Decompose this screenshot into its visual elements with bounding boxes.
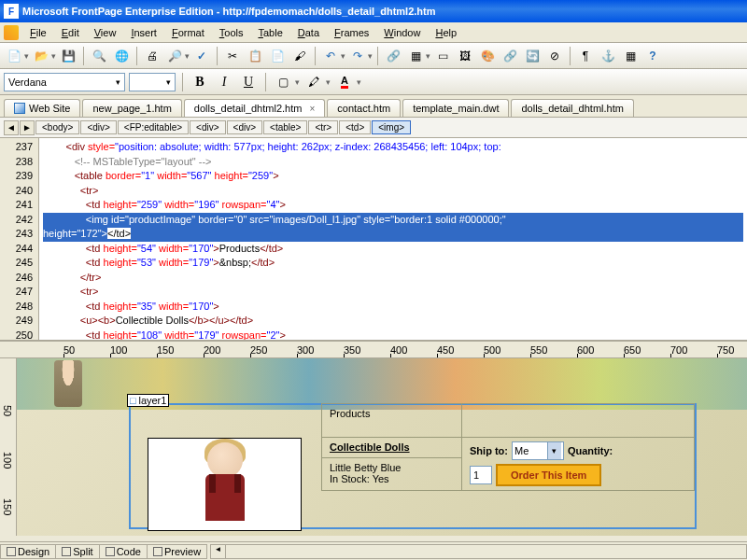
preview-button[interactable]: 🔎	[164, 46, 185, 66]
menu-window[interactable]: Window	[376, 25, 428, 40]
layer-handle[interactable]: □ layer1	[127, 394, 169, 407]
ship-to-label: Ship to:	[470, 445, 508, 456]
horizontal-scrollbar[interactable]: ◄	[210, 544, 747, 559]
breadcrumb-next-icon[interactable]: ►	[20, 120, 35, 135]
help-button[interactable]: ?	[642, 46, 663, 66]
hyperlink-button[interactable]: 🔗	[500, 46, 520, 66]
stock-status: In Stock: Yes	[330, 473, 389, 484]
file-tabs-row: Web Site new_page_1.htmdolls_detail_dhtm…	[0, 95, 747, 118]
preview-icon	[153, 547, 162, 556]
breadcrumb-tag[interactable]: <td>	[339, 120, 371, 134]
file-tab[interactable]: contact.htm	[327, 99, 401, 117]
window-title: Microsoft FrontPage Enterprise Edition -…	[22, 6, 435, 17]
app-icon: F	[4, 4, 19, 19]
bold-button[interactable]: B	[190, 72, 210, 92]
file-tab-label: template_main.dwt	[413, 103, 499, 114]
underline-button[interactable]: U	[238, 72, 259, 92]
view-tab-split[interactable]: Split	[55, 544, 99, 559]
paste-button[interactable]: 📄	[267, 46, 288, 66]
breadcrumb-prev-icon[interactable]: ◄	[4, 120, 19, 135]
split-icon	[62, 547, 71, 556]
breadcrumb-tag[interactable]: <tr>	[308, 120, 338, 134]
file-tab[interactable]: template_main.dwt	[402, 99, 509, 117]
design-view[interactable]: □ layer1 Products Collectible Dolls Ship…	[17, 358, 747, 536]
show-layer-button[interactable]: ⚓	[598, 46, 618, 66]
tab-web-site[interactable]: Web Site	[4, 99, 80, 117]
view-tab-design[interactable]: Design	[0, 544, 56, 559]
refresh-button[interactable]: 🔄	[522, 46, 543, 66]
line-gutter: 2372382392402412422432442452462472482492…	[0, 138, 39, 340]
font-size-combo[interactable]	[129, 73, 176, 91]
breadcrumb-tag[interactable]: <div>	[80, 120, 116, 134]
print-button[interactable]: 🖨	[142, 46, 162, 66]
frontpage-icon	[4, 25, 19, 40]
standard-toolbar: 📄▾ 📂▾ 💾 🔍 🌐 🖨 🔎▾ ✓ ✂ 📋 📄 🖌 ↶▾ ↷▾ 🔗 ▦▾ ▭ …	[0, 43, 747, 69]
quantity-label: Quantity:	[568, 445, 613, 456]
ship-to-combo[interactable]: Me	[512, 441, 564, 460]
file-tab-label: dolls_detail_dhtml.htm	[521, 103, 623, 114]
order-button[interactable]: Order This Item	[496, 464, 601, 486]
menu-help[interactable]: Help	[428, 25, 464, 40]
font-color-button[interactable]: A	[334, 72, 355, 92]
doll-illustration	[192, 442, 258, 526]
menu-insert[interactable]: Insert	[123, 25, 164, 40]
file-tab[interactable]: dolls_detail_dhtml2.htm×	[184, 99, 325, 117]
file-tab[interactable]: dolls_detail_dhtml.htm	[511, 99, 633, 117]
table-button[interactable]: ▦	[405, 46, 426, 66]
globe-icon	[14, 103, 25, 114]
quantity-input[interactable]: 1	[470, 466, 492, 484]
menu-view[interactable]: View	[87, 25, 124, 40]
layer-button[interactable]: ▭	[432, 46, 453, 66]
copy-button[interactable]: 📋	[245, 46, 265, 66]
view-mode-tabs: Design Split Code Preview ◄	[0, 541, 747, 560]
cut-button[interactable]: ✂	[222, 46, 243, 66]
view-tab-preview[interactable]: Preview	[147, 544, 207, 559]
menu-format[interactable]: Format	[164, 25, 212, 40]
italic-button[interactable]: I	[214, 72, 234, 92]
highlight-button[interactable]: 🖍	[303, 72, 324, 92]
drawing-button[interactable]: 🎨	[477, 46, 498, 66]
menu-table[interactable]: Table	[250, 25, 289, 40]
search-button[interactable]: 🔍	[89, 46, 109, 66]
picture-button[interactable]: 🖼	[455, 46, 475, 66]
code-content[interactable]: <div style="position: absolute; width: 5…	[39, 138, 747, 340]
tag-breadcrumb: ◄ ► <body><div><FP:editable><div><div><t…	[0, 118, 747, 138]
product-image[interactable]	[148, 438, 302, 531]
close-icon[interactable]: ×	[309, 104, 315, 114]
menu-tools[interactable]: Tools	[212, 25, 251, 40]
menu-file[interactable]: File	[22, 25, 54, 40]
publish-button[interactable]: 🌐	[111, 46, 132, 66]
font-combo[interactable]: Verdana	[4, 73, 125, 91]
redo-button[interactable]: ↷	[347, 46, 368, 66]
file-tab[interactable]: new_page_1.htm	[82, 99, 181, 117]
menu-data[interactable]: Data	[290, 25, 327, 40]
code-icon	[106, 547, 115, 556]
format-painter-button[interactable]: 🖌	[289, 46, 310, 66]
show-all-button[interactable]: ¶	[575, 46, 596, 66]
format-toolbar: Verdana B I U ▢▾ 🖍▾ A▾	[0, 69, 747, 95]
menu-frames[interactable]: Frames	[327, 25, 376, 40]
stop-button[interactable]: ⊘	[544, 46, 565, 66]
breadcrumb-tag[interactable]: <FP:editable>	[118, 120, 189, 134]
breadcrumb-tag[interactable]: <img>	[372, 120, 411, 134]
open-button[interactable]: 📂	[31, 46, 51, 66]
menu-edit[interactable]: Edit	[54, 25, 87, 40]
border-button[interactable]: ▢	[273, 72, 293, 92]
breadcrumb-tag[interactable]: <table>	[263, 120, 307, 134]
zoom-button[interactable]: ▦	[620, 46, 641, 66]
spell-button[interactable]: ✓	[191, 46, 212, 66]
product-table: Products Collectible Dolls Ship to: Me Q…	[321, 403, 695, 491]
view-tab-code[interactable]: Code	[99, 544, 148, 559]
code-editor[interactable]: 2372382392402412422432442452462472482492…	[0, 138, 747, 342]
horizontal-ruler: 5010015020025030035040045050055060065070…	[0, 342, 747, 358]
save-button[interactable]: 💾	[58, 46, 78, 66]
new-button[interactable]: 📄	[4, 46, 24, 66]
window-titlebar: F Microsoft FrontPage Enterprise Edition…	[0, 0, 747, 22]
webcomponent-button[interactable]: 🔗	[383, 46, 403, 66]
category-cell: Collectible Dolls	[322, 438, 462, 458]
breadcrumb-tag[interactable]: <div>	[227, 120, 262, 134]
menubar: File Edit View Insert Format Tools Table…	[0, 22, 747, 43]
breadcrumb-tag[interactable]: <body>	[35, 120, 79, 134]
breadcrumb-tag[interactable]: <div>	[190, 120, 225, 134]
undo-button[interactable]: ↶	[320, 46, 341, 66]
